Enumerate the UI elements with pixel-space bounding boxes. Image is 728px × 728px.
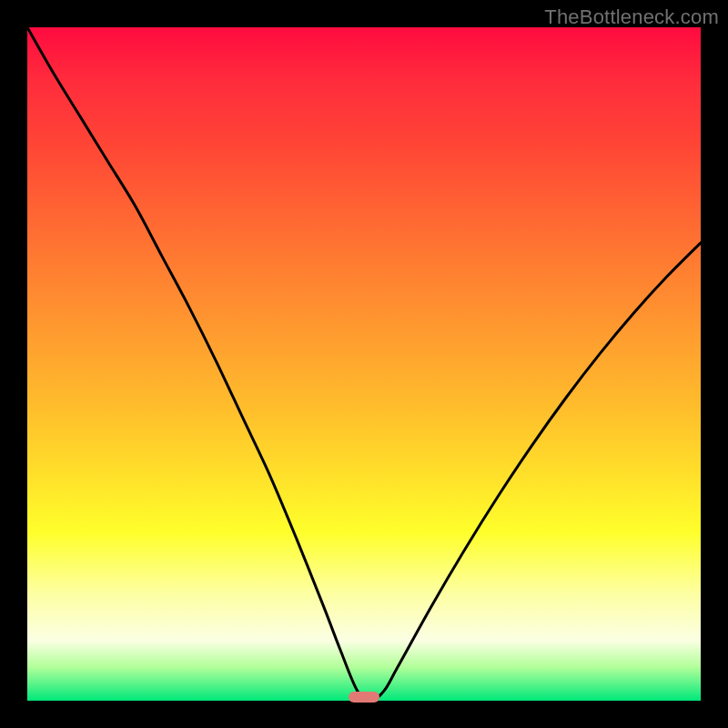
- bottleneck-curve: [27, 27, 701, 701]
- curve-layer: [27, 27, 701, 701]
- plot-area: [27, 27, 701, 701]
- watermark-text: TheBottleneck.com: [544, 5, 719, 29]
- chart-frame: TheBottleneck.com: [0, 0, 728, 728]
- optimal-point-marker: [349, 692, 379, 703]
